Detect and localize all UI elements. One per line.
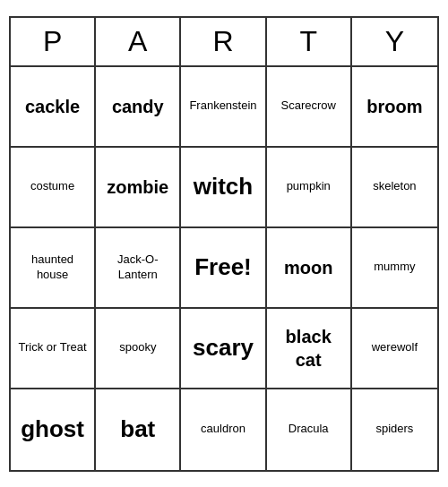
cell-22: cauldron bbox=[181, 389, 266, 470]
header-letter-r: R bbox=[181, 18, 266, 65]
cell-24: spiders bbox=[352, 389, 437, 470]
cell-19: werewolf bbox=[352, 309, 437, 389]
cell-20: ghost bbox=[11, 389, 96, 470]
cell-16: spooky bbox=[96, 309, 181, 389]
cell-12: Free! bbox=[181, 228, 266, 309]
bingo-grid: cacklecandyFrankensteinScarecrowbroomcos… bbox=[11, 67, 437, 470]
cell-11: Jack-O-Lantern bbox=[96, 228, 181, 309]
cell-8: pumpkin bbox=[267, 148, 352, 228]
cell-10: haunted house bbox=[11, 228, 96, 309]
cell-21: bat bbox=[96, 389, 181, 470]
cell-1: candy bbox=[96, 67, 181, 148]
cell-14: mummy bbox=[352, 228, 437, 309]
header-letter-p: P bbox=[11, 18, 96, 65]
cell-5: costume bbox=[11, 148, 96, 228]
header-letter-t: T bbox=[267, 18, 352, 65]
cell-15: Trick or Treat bbox=[11, 309, 96, 389]
header-row: PARTY bbox=[11, 18, 437, 67]
header-letter-a: A bbox=[96, 18, 181, 65]
cell-6: zombie bbox=[96, 148, 181, 228]
cell-18: black cat bbox=[267, 309, 352, 389]
cell-13: moon bbox=[267, 228, 352, 309]
cell-9: skeleton bbox=[352, 148, 437, 228]
header-letter-y: Y bbox=[352, 18, 437, 65]
cell-3: Scarecrow bbox=[267, 67, 352, 148]
cell-2: Frankenstein bbox=[181, 67, 266, 148]
cell-0: cackle bbox=[11, 67, 96, 148]
cell-4: broom bbox=[352, 67, 437, 148]
cell-17: scary bbox=[181, 309, 266, 389]
bingo-card: PARTY cacklecandyFrankensteinScarecrowbr… bbox=[9, 16, 439, 472]
cell-23: Dracula bbox=[267, 389, 352, 470]
cell-7: witch bbox=[181, 148, 266, 228]
